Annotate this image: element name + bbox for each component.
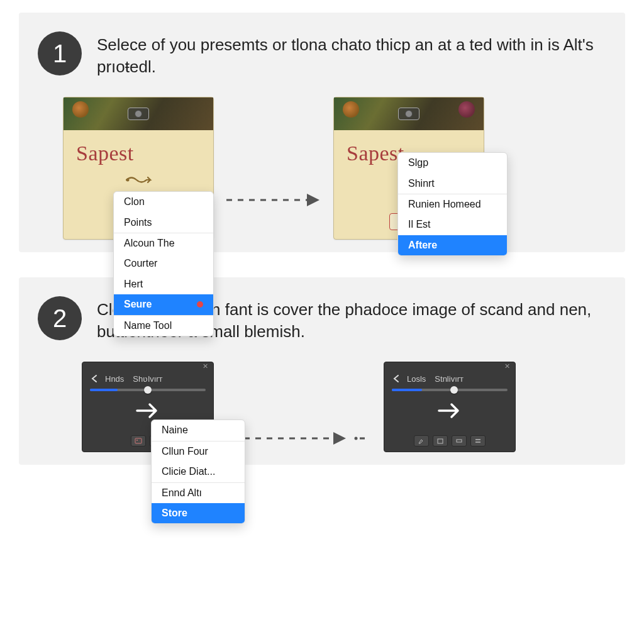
- step-2-body: ✕ Hnds Shʋlvırт: [38, 362, 606, 452]
- menu-item[interactable]: Name Tool: [114, 316, 213, 336]
- menu-item[interactable]: Naine: [152, 420, 245, 440]
- hero-preview-icon: [128, 108, 149, 120]
- dark-panel-right[interactable]: ✕ Losls Stnlivırт: [384, 362, 516, 452]
- step-1-text: Selece of you presemts or tlona chato th…: [97, 31, 606, 78]
- tool-brush-icon[interactable]: [414, 435, 429, 447]
- context-menu-dark[interactable]: Naine Cllun Four Clicie Diat... Ennd Alt…: [151, 419, 245, 524]
- panel-header-row: Hnds Shʋlvırт: [82, 371, 213, 386]
- menu-item[interactable]: Alcoun The: [114, 233, 213, 253]
- panel-close-row: ✕: [384, 362, 515, 371]
- card-hero: [64, 97, 213, 130]
- svg-rect-10: [457, 440, 462, 442]
- dark-panel-left-wrap: ✕ Hnds Shʋlvırт: [82, 362, 214, 452]
- close-icon[interactable]: ✕: [203, 362, 208, 371]
- card-title: Sapest: [64, 130, 213, 170]
- menu-item-selected[interactable]: Aftere: [398, 235, 507, 255]
- menu-item[interactable]: Clicie Diat...: [152, 462, 245, 482]
- panel-label-b: Shʋlvırт: [133, 374, 162, 384]
- step-2-panel: 2 Clone preshntion fant is cover the pha…: [19, 277, 625, 465]
- panel-close-row: ✕: [82, 362, 213, 371]
- step-1-badge: 1: [38, 31, 82, 75]
- menu-item-label: Seure: [124, 297, 152, 311]
- slider[interactable]: [392, 389, 508, 391]
- context-menu-right[interactable]: Slgp Shinrt Runien Homeed Il Est Aftere: [397, 152, 508, 256]
- tool-rect-icon[interactable]: [452, 435, 467, 447]
- menu-item[interactable]: Il Est: [398, 214, 507, 235]
- svg-point-4: [136, 440, 138, 441]
- panel-header-row: Losls Stnlivırт: [384, 371, 515, 386]
- svg-point-7: [355, 437, 358, 440]
- tool-list-icon[interactable]: [470, 435, 486, 447]
- svg-rect-9: [438, 439, 443, 443]
- slider-fill: [90, 389, 118, 391]
- context-menu-left[interactable]: Clon Points Alcoun The Courter Hert Seur…: [113, 191, 214, 336]
- svg-rect-3: [135, 438, 142, 443]
- slider[interactable]: [90, 389, 206, 391]
- back-arrow-icon[interactable]: [90, 374, 100, 384]
- dark-panel-right-wrap: ✕ Losls Stnlivırт: [384, 362, 516, 452]
- hero-preview-icon: [398, 108, 419, 120]
- step-2-badge: 2: [38, 296, 82, 340]
- menu-item-selected[interactable]: Seure: [114, 294, 213, 314]
- card-left-wrap: Sapest No Clon Points Alcoun The Courter…: [63, 97, 214, 240]
- menu-item[interactable]: Ennd Altı: [152, 483, 245, 503]
- menu-item[interactable]: Slgp: [398, 153, 507, 173]
- card-right-wrap: Sapest Claxt Slgp Shinrt Runien Homeed I…: [333, 97, 484, 240]
- svg-point-0: [126, 179, 130, 182]
- flow-arrow-icon: [226, 191, 321, 209]
- menu-item[interactable]: Hert: [114, 274, 213, 294]
- hero-flower-left-icon: [343, 101, 359, 118]
- step-1-panel: 1 Selece of you presemts or tlona chato …: [19, 13, 625, 252]
- slider-fill: [392, 389, 422, 391]
- menu-item[interactable]: Clon: [114, 192, 213, 212]
- menu-item[interactable]: Cllun Four: [152, 441, 245, 462]
- panel-toolbar: [384, 431, 515, 448]
- panel-label-b: Stnlivırт: [435, 374, 464, 384]
- flow-arrow-icon: [233, 430, 365, 447]
- direction-arrow-icon: [384, 391, 515, 431]
- menu-item-label: Aftere: [408, 238, 437, 252]
- close-icon[interactable]: ✕: [504, 362, 510, 371]
- step-1-header: 1 Selece of you presemts or tlona chato …: [38, 31, 606, 78]
- menu-item[interactable]: Points: [114, 213, 213, 233]
- slider-row: [82, 386, 213, 391]
- panel-label-a: Losls: [407, 374, 426, 384]
- card-hero: [334, 97, 484, 130]
- record-dot-icon: [197, 301, 203, 308]
- tool-folder-icon[interactable]: [433, 435, 448, 447]
- hero-flower-right-icon: [458, 101, 475, 118]
- tool-image-icon[interactable]: [131, 435, 146, 447]
- slider-row: [384, 386, 515, 391]
- step-1-body: Sapest No Clon Points Alcoun The Courter…: [38, 97, 606, 240]
- menu-item[interactable]: Runien Homeed: [398, 194, 507, 214]
- slider-knob-icon[interactable]: [144, 386, 152, 394]
- slider-knob-icon[interactable]: [450, 386, 458, 394]
- back-arrow-icon[interactable]: [392, 374, 402, 384]
- menu-item-selected[interactable]: Store: [152, 503, 245, 523]
- menu-item[interactable]: Shinrt: [398, 174, 507, 194]
- menu-item-label: Store: [162, 506, 187, 520]
- hero-flower-left-icon: [72, 101, 89, 118]
- panel-label-a: Hnds: [105, 374, 124, 384]
- menu-item[interactable]: Courter: [114, 253, 213, 274]
